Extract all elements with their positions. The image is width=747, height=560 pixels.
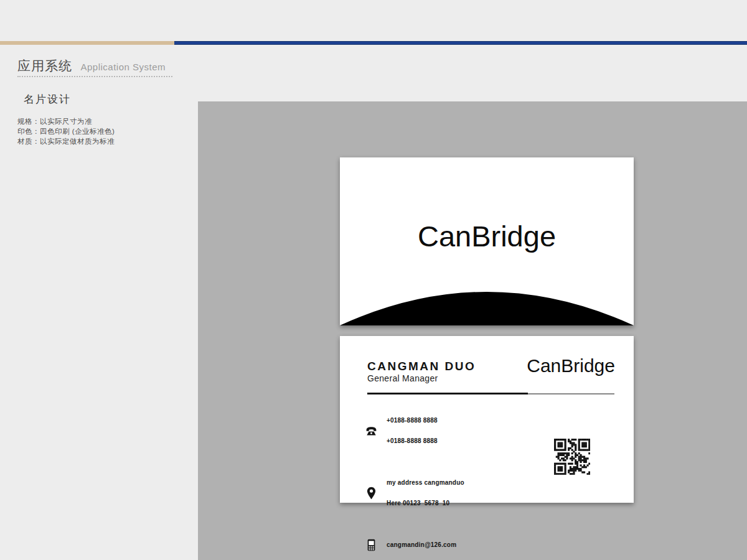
card-divider-rule [367, 393, 614, 394]
address-line-2: Here 00123 5678 10 [387, 500, 464, 506]
person-name: CANGMAN DUO [367, 360, 476, 373]
qr-code [554, 439, 590, 475]
black-curve-graphic [340, 292, 634, 325]
section-header: 应用系统 Application System [17, 57, 166, 75]
contact-list: +0188-8888 8888 +0188-8888 8888 my addre… [365, 403, 464, 560]
phone-line-2: +0188-8888 8888 [387, 437, 438, 444]
email-line: cangmandin@126.com [387, 541, 456, 548]
presentation-stage: CanBridge CANGMAN DUO General Manager Ca… [198, 101, 747, 560]
contact-row-phone: +0188-8888 8888 +0188-8888 8888 [365, 403, 464, 458]
location-pin-icon [365, 487, 378, 500]
contact-row-address: my address cangmanduo Here 00123 5678 10 [365, 465, 464, 520]
mobile-phone-icon [365, 538, 378, 551]
business-card-front: CanBridge [340, 157, 634, 325]
contact-phone-text: +0188-8888 8888 +0188-8888 8888 [387, 403, 438, 458]
rule-gray-segment [528, 393, 614, 394]
application-system-page: { "page": { "section_title_zh": "应用系统", … [0, 0, 747, 560]
contact-row-email: cangmandin@126.com [365, 528, 464, 560]
contact-email-text: cangmandin@126.com [387, 528, 456, 560]
rule-black-segment [367, 393, 528, 394]
spec-material: 材质：以实际定做材质为标准 [17, 136, 115, 146]
telephone-icon [365, 424, 378, 437]
company-logo-back: CanBridge [527, 357, 615, 375]
person-job-title: General Manager [367, 373, 438, 383]
contact-address-text: my address cangmanduo Here 00123 5678 10 [387, 465, 464, 520]
page-title: 名片设计 [24, 92, 71, 106]
spec-color: 印色：四色印刷 (企业标准色) [17, 126, 115, 136]
dotted-rule [17, 76, 172, 77]
spec-size: 规格：以实际尺寸为准 [17, 116, 115, 126]
spec-list: 规格：以实际尺寸为准 印色：四色印刷 (企业标准色) 材质：以实际定做材质为标准 [17, 116, 115, 146]
address-line-1: my address cangmanduo [387, 479, 464, 486]
business-card-back: CANGMAN DUO General Manager CanBridge +0… [340, 336, 634, 503]
divider-tan-segment [0, 41, 174, 45]
section-title-zh: 应用系统 [17, 57, 72, 75]
section-title-en: Application System [80, 62, 166, 72]
header-divider-bar [0, 41, 747, 45]
company-logo-front: CanBridge [340, 222, 634, 251]
phone-line-1: +0188-8888 8888 [387, 417, 438, 424]
divider-blue-segment [174, 41, 747, 45]
